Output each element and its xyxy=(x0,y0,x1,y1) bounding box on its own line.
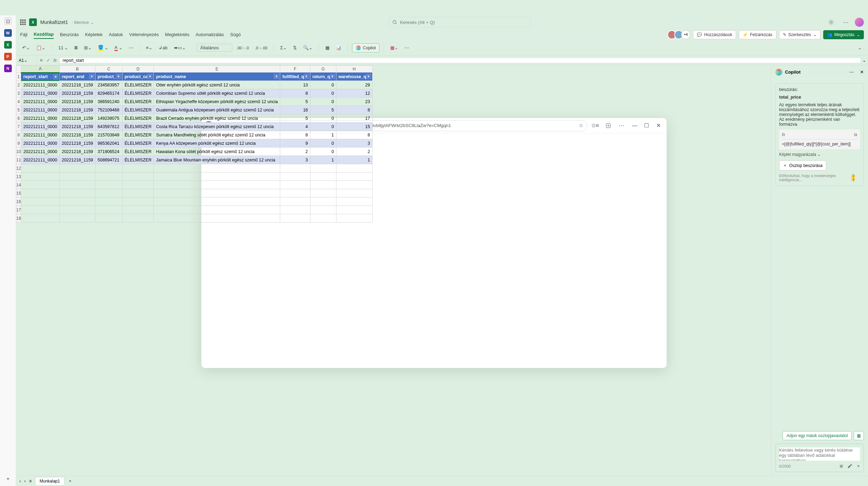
cell[interactable] xyxy=(336,189,372,198)
cell[interactable]: 2 xyxy=(336,148,372,156)
cell[interactable] xyxy=(310,214,336,223)
cell[interactable]: Costa Rica Tarrazu közepesen pörkölt egé… xyxy=(201,123,280,131)
cell[interactable] xyxy=(280,198,310,206)
cell[interactable] xyxy=(201,189,280,198)
cell[interactable]: Jamaica Blue Mountain enyhén pörkölt egé… xyxy=(201,156,280,164)
cell[interactable]: 5 xyxy=(280,118,310,123)
cell[interactable] xyxy=(201,206,280,214)
cell[interactable] xyxy=(310,189,336,198)
cell[interactable] xyxy=(310,206,336,214)
cell[interactable]: Sumatra Mandheling sötét pörkölt egész s… xyxy=(201,131,280,139)
cell[interactable]: 0 xyxy=(310,123,336,131)
cell[interactable]: 8 xyxy=(336,131,372,139)
cell[interactable] xyxy=(280,181,310,189)
cell[interactable] xyxy=(336,164,372,173)
cell[interactable] xyxy=(310,198,336,206)
cell[interactable] xyxy=(201,214,280,223)
cell[interactable]: Kenya AA közepesen pörkölt egész szemű 1… xyxy=(201,139,280,148)
cell[interactable] xyxy=(336,206,372,214)
cell[interactable]: 8 xyxy=(280,131,310,139)
cell[interactable]: Brazil Cerrado enyhén pörkölt egész szem… xyxy=(201,118,280,123)
cell[interactable]: 0 xyxy=(310,118,336,123)
cell[interactable]: 3 xyxy=(336,139,372,148)
cell[interactable] xyxy=(336,181,372,189)
cell[interactable] xyxy=(201,164,280,173)
cell[interactable]: 4 xyxy=(280,123,310,131)
cell[interactable] xyxy=(201,181,280,189)
cell[interactable] xyxy=(280,214,310,223)
cell[interactable]: 1 xyxy=(310,131,336,139)
cell[interactable] xyxy=(280,173,310,181)
cell[interactable] xyxy=(336,173,372,181)
cell[interactable]: Hawaiian Kona sötét pörkölt egész szemű … xyxy=(201,148,280,156)
cell[interactable]: 0 xyxy=(310,148,336,156)
cell[interactable]: 9 xyxy=(280,139,310,148)
cell[interactable]: 17 xyxy=(336,118,372,123)
cell[interactable]: 2 xyxy=(280,148,310,156)
cell[interactable] xyxy=(280,189,310,198)
cell[interactable] xyxy=(280,206,310,214)
cell[interactable] xyxy=(336,198,372,206)
spreadsheet-grid[interactable]: ABCDEFGH1report_start▾report_end▾product… xyxy=(201,118,667,368)
cell[interactable]: 1 xyxy=(336,156,372,164)
cell[interactable]: 0 xyxy=(310,139,336,148)
excel-app: X Munkafüzet1 · Mentve ⌄ Keresés (Alt + … xyxy=(201,118,667,368)
cell[interactable] xyxy=(280,164,310,173)
cell[interactable]: 1 xyxy=(310,156,336,164)
cell[interactable]: 15 xyxy=(336,123,372,131)
cell[interactable] xyxy=(310,164,336,173)
browser-window: https://onedrive.live.com/:w:/t/EaCKkPs6… xyxy=(201,118,667,368)
cell[interactable]: 3 xyxy=(280,156,310,164)
cell[interactable] xyxy=(310,173,336,181)
cell[interactable] xyxy=(201,173,280,181)
cell[interactable] xyxy=(336,214,372,223)
cell[interactable] xyxy=(310,181,336,189)
cell[interactable] xyxy=(201,198,280,206)
